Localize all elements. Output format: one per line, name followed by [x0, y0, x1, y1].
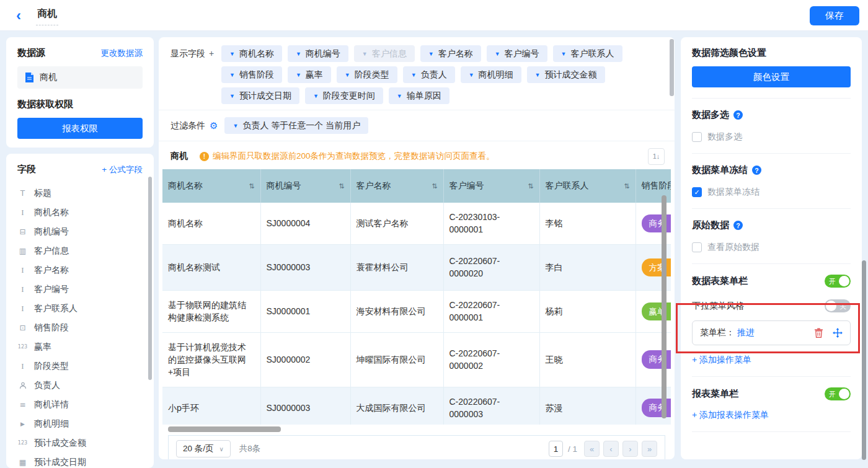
field-tag[interactable]: ▼负责人 — [403, 66, 455, 83]
table-row[interactable]: 基于物联网的建筑结构健康检测系统 SJ0000001 海安材料有限公司 C-20… — [162, 291, 671, 333]
field-item[interactable]: 负责人 — [17, 376, 143, 395]
change-datasource-link[interactable]: 更改数据源 — [101, 48, 143, 59]
field-tag[interactable]: ▼商机编号 — [288, 45, 348, 62]
field-tag[interactable]: ▼客户联系人 — [553, 45, 622, 62]
dropdown-style-toggle[interactable]: 关 — [825, 299, 851, 312]
gear-icon[interactable]: ⚙ — [210, 120, 218, 131]
field-item[interactable]: ⊡销售阶段 — [17, 318, 143, 337]
help-icon[interactable]: ? — [733, 221, 743, 230]
sort-arrows-icon[interactable]: ⇅ — [624, 182, 629, 190]
field-item[interactable]: 123预计成交金额 — [17, 433, 143, 453]
field-tag[interactable]: ▼商机名称 — [221, 45, 282, 62]
next-page-button[interactable]: › — [622, 441, 638, 457]
table-row[interactable]: 商机名称 SJ0000004 测试客户名称 C-20230103-0000001… — [162, 203, 671, 244]
last-page-button[interactable]: » — [642, 441, 657, 457]
field-item[interactable]: ▶商机明细 — [17, 414, 143, 433]
page-size-select[interactable]: 20 条/页 ∨ — [176, 440, 231, 457]
caret-down-icon[interactable]: ▼ — [229, 93, 235, 99]
sort-arrows-icon[interactable]: ⇅ — [339, 182, 344, 190]
field-item[interactable]: ⊟商机编号 — [17, 222, 143, 241]
sort-arrows-icon[interactable]: ⇅ — [528, 182, 533, 190]
field-tag[interactable]: ▼客户名称 — [420, 45, 481, 62]
table-horizontal-scrollbar[interactable] — [168, 426, 281, 432]
sort-icon[interactable]: 1↓ — [648, 148, 665, 165]
filter-condition-tag[interactable]: ▼负责人 等于任意一个 当前用户 — [224, 117, 368, 134]
caret-down-icon[interactable]: ▼ — [535, 72, 541, 78]
table-row[interactable]: 小p手环 SJ0000003 大成国际有限公司 C-20220607-00000… — [162, 387, 671, 425]
caret-down-icon[interactable]: ▼ — [232, 123, 238, 129]
field-item[interactable]: 123赢率 — [17, 337, 143, 356]
column-header[interactable]: 商机编号⇅ — [260, 169, 350, 203]
multi-select-checkbox[interactable] — [692, 132, 702, 142]
add-formula-field-link[interactable]: + 公式字段 — [102, 164, 143, 175]
field-item[interactable]: ▥客户信息 — [17, 241, 143, 260]
raw-data-checkbox[interactable] — [692, 242, 702, 252]
datasource-item[interactable]: 商机 — [17, 66, 143, 89]
caret-down-icon[interactable]: ▼ — [469, 72, 474, 78]
table-vertical-scrollbar[interactable] — [662, 195, 666, 418]
menu-item-prefix: 菜单栏： — [700, 327, 735, 338]
caret-down-icon[interactable]: ▼ — [495, 51, 500, 57]
table-menu-title: 数据表菜单栏 — [692, 275, 748, 287]
table-row[interactable]: 基于计算机视觉技术的监控摄像头互联网+项目 SJ0000002 坤曜国际有限公司… — [162, 332, 671, 387]
table-menu-toggle[interactable]: 开 — [825, 275, 851, 288]
column-header[interactable]: 客户编号⇅ — [443, 169, 539, 203]
caret-down-icon[interactable]: ▼ — [345, 72, 350, 78]
column-header[interactable]: 商机名称⇅ — [162, 169, 260, 203]
sort-arrows-icon[interactable]: ⇅ — [432, 182, 437, 190]
move-icon[interactable] — [833, 328, 843, 338]
add-report-action-menu-link[interactable]: + 添加报表操作菜单 — [692, 410, 851, 421]
caret-down-icon[interactable]: ▼ — [229, 72, 235, 78]
field-item[interactable]: T标题 — [17, 183, 143, 203]
field-item[interactable]: I客户名称 — [17, 260, 143, 280]
field-item[interactable]: I客户编号 — [17, 280, 143, 299]
trash-icon[interactable] — [814, 328, 823, 338]
add-action-menu-link[interactable]: + 添加操作菜单 — [692, 355, 851, 366]
caret-down-icon[interactable]: ▼ — [411, 72, 417, 78]
save-button[interactable]: 保存 — [810, 6, 859, 25]
current-page-input[interactable]: 1 — [549, 441, 563, 457]
menu-item-value[interactable]: 推进 — [737, 327, 755, 338]
caret-down-icon[interactable]: ▼ — [296, 72, 301, 78]
field-tag[interactable]: ▼客户编号 — [487, 45, 547, 62]
field-tag[interactable]: ▼阶段类型 — [337, 66, 397, 83]
table-row[interactable]: 商机名称测试 SJ0000003 蓑霍材料公司 C-20220607-00000… — [162, 244, 671, 291]
color-settings-button[interactable]: 颜色设置 — [692, 66, 851, 87]
caret-down-icon[interactable]: ▼ — [397, 93, 402, 99]
field-item[interactable]: I客户联系人 — [17, 299, 143, 318]
caret-down-icon[interactable]: ▼ — [229, 51, 235, 57]
menu-freeze-checkbox[interactable]: ✓ — [692, 187, 702, 197]
field-tag[interactable]: ▼阶段变更时间 — [305, 87, 383, 104]
field-item[interactable]: ≡商机详情 — [17, 395, 143, 414]
caret-down-icon[interactable]: ▼ — [428, 51, 434, 57]
display-fields-row: ▼预计成交日期 ▼阶段变更时间 ▼输单原因 — [221, 87, 622, 104]
report-permission-button[interactable]: 报表权限 — [17, 118, 143, 139]
field-tag[interactable]: ▼商机明细 — [461, 66, 521, 83]
field-tag[interactable]: ▼赢率 — [288, 66, 331, 83]
field-tag[interactable]: ▼销售阶段 — [221, 66, 282, 83]
sort-arrows-icon[interactable]: ⇅ — [249, 182, 254, 190]
caret-down-icon[interactable]: ▼ — [561, 51, 567, 57]
column-header[interactable]: 客户联系人⇅ — [539, 169, 636, 203]
back-icon[interactable]: ‹ — [16, 8, 21, 23]
fields-scrollbar[interactable] — [148, 177, 152, 380]
help-icon[interactable]: ? — [733, 110, 743, 120]
main-panel-scrollbar[interactable] — [670, 39, 674, 96]
field-item[interactable]: ▦预计成交日期 — [17, 453, 143, 468]
help-icon[interactable]: ? — [752, 166, 761, 175]
field-tag-disabled[interactable]: ▼客户信息 — [354, 45, 415, 62]
field-tag[interactable]: ▼输单原因 — [389, 87, 450, 104]
page-scrollbar[interactable] — [862, 260, 866, 460]
caret-down-icon[interactable]: ▼ — [313, 93, 319, 99]
column-header[interactable]: 客户名称⇅ — [350, 169, 443, 203]
first-page-button[interactable]: « — [584, 441, 600, 457]
field-item[interactable]: I阶段类型 — [17, 356, 143, 376]
field-tag[interactable]: ▼预计成交金额 — [527, 66, 605, 83]
expand-icon[interactable]: ▶ — [17, 421, 28, 427]
add-display-field-button[interactable]: + — [209, 48, 214, 58]
field-item[interactable]: I商机名称 — [17, 203, 143, 222]
caret-down-icon[interactable]: ▼ — [296, 51, 301, 57]
field-tag[interactable]: ▼预计成交日期 — [221, 87, 299, 104]
report-menu-toggle[interactable]: 开 — [825, 387, 851, 400]
prev-page-button[interactable]: ‹ — [603, 441, 619, 457]
